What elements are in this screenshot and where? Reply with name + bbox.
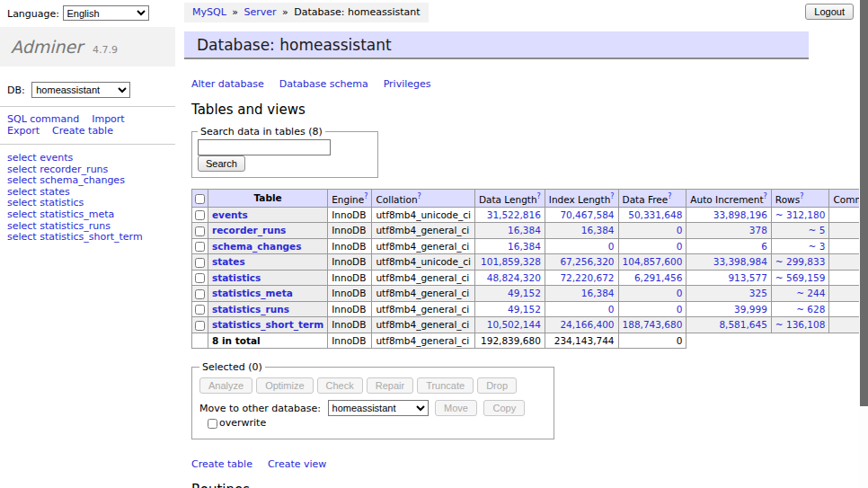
table-name-cell: schema_changes [208,238,328,254]
db-selector: DB: homeassistant [7,82,175,98]
index-length-cell: 24,166,400 [545,317,618,333]
search-button[interactable]: Search [198,155,245,172]
help-link[interactable]: ? [610,192,614,200]
table-name-link[interactable]: statistics_runs [212,304,289,315]
bulk-action-button[interactable]: Check [317,377,363,394]
vertical-scrollbar [859,0,868,488]
bulk-action-button[interactable]: Optimize [256,377,313,394]
database-action-link[interactable]: Privileges [384,78,431,90]
app-name[interactable]: Adminer [11,37,83,57]
column-header: Auto Increment? [686,190,772,208]
row-checkbox[interactable] [195,242,205,252]
row-checkbox-cell [192,317,208,333]
data-free-cell: 0 [618,223,686,239]
sidebar-menu-link[interactable]: Create table [52,125,113,137]
total-data-free-cell: 0 [618,333,686,348]
select-all-checkbox[interactable] [195,194,205,204]
move-database-select[interactable]: homeassistant [328,400,429,416]
table-row: statistics_runsInnoDButf8mb4_general_ci4… [192,301,868,317]
table-name-link[interactable]: schema_changes [212,241,302,252]
help-link[interactable]: ? [364,192,368,200]
collation-cell: utf8mb4_general_ci [372,270,474,286]
db-select[interactable]: homeassistant [31,82,130,98]
breadcrumb-current: Database: homeassistant [294,6,420,18]
breadcrumb-separator: » [279,6,292,18]
collation-cell: utf8mb4_general_ci [372,317,474,333]
help-link[interactable]: ? [668,192,671,200]
language-label: Language: [7,8,59,20]
engine-cell: InnoDB [328,223,372,239]
rows-cell: ~ 244 [771,286,829,302]
bulk-action-button[interactable]: Analyze [199,377,252,394]
engine-cell: InnoDB [328,270,372,286]
selected-legend: Selected (0) [199,361,265,373]
scrollbar-thumb[interactable] [860,0,868,406]
sidebar-menu: SQL commandImport ExportCreate table [0,106,175,145]
sidebar-menu-link[interactable]: Export [7,125,40,137]
column-header: Collation? [372,190,474,208]
database-action-link[interactable]: Alter database [191,78,264,90]
data-length-cell: 49,152 [474,301,545,317]
row-checkbox[interactable] [195,258,205,268]
move-button[interactable]: Move [435,400,477,416]
sidebar-table-link[interactable]: select statistics_short_term [7,232,168,244]
language-select[interactable]: English [63,5,149,21]
create-link[interactable]: Create view [268,458,326,470]
row-checkbox[interactable] [195,321,205,331]
table-name-link[interactable]: events [212,209,248,220]
auto-increment-cell: 913,577 [686,270,772,286]
breadcrumb-link[interactable]: MySQL [192,6,226,18]
table-name-link[interactable]: recorder_runs [212,225,286,235]
row-checkbox[interactable] [195,226,205,236]
main-content: MySQL » Server » Database: homeassistant… [184,0,854,488]
table-name-link[interactable]: statistics_meta [212,288,293,298]
auto-increment-cell: 378 [686,223,772,239]
table-name-link[interactable]: states [212,256,245,267]
row-checkbox[interactable] [195,273,205,283]
overwrite-checkbox[interactable] [208,419,217,429]
table-name-link[interactable]: statistics_short_term [212,319,323,330]
tables-header-row: TableEngine?Collation?Data Length?Index … [192,190,868,208]
row-checkbox[interactable] [195,210,205,220]
search-input[interactable] [198,139,331,155]
auto-increment-cell: 39,999 [686,301,772,317]
index-length-cell: 70,467,584 [545,207,618,223]
sidebar-table-link[interactable]: select events [7,153,168,164]
index-length-cell: 16,384 [545,223,618,239]
breadcrumb-link[interactable]: Server [244,6,277,18]
move-row: Move to other database: homeassistant Mo… [199,400,546,431]
database-action-link[interactable]: Database schema [279,78,368,90]
table-name-link[interactable]: statistics [212,272,261,283]
sidebar-menu-link[interactable]: Import [92,113,125,125]
data-free-cell: 0 [618,301,686,317]
row-checkbox[interactable] [195,305,205,315]
help-link[interactable]: ? [418,192,421,200]
bulk-action-button[interactable]: Truncate [417,377,474,394]
data-length-cell: 16,384 [474,223,545,239]
total-checkbox-cell [192,333,208,348]
table-name-cell: statistics_meta [208,286,328,302]
sidebar-table-link[interactable]: select schema_changes [7,175,168,187]
row-checkbox[interactable] [195,289,205,299]
engine-cell: InnoDB [328,286,372,302]
help-link[interactable]: ? [537,192,541,200]
sidebar-table-link[interactable]: select statistics_meta [7,209,168,221]
sidebar-menu-link[interactable]: SQL command [7,113,79,125]
data-free-cell: 104,857,600 [618,254,686,271]
help-link[interactable]: ? [800,192,803,200]
collation-cell: utf8mb4_general_ci [372,223,474,239]
table-name-cell: statistics_short_term [208,317,328,333]
bulk-action-button[interactable]: Drop [477,377,517,394]
column-header: Table [208,190,328,208]
bulk-action-button[interactable]: Repair [367,377,413,394]
table-row: statesInnoDButf8mb4_unicode_ci101,859,32… [192,254,868,271]
total-data-length-cell: 192,839,680 [474,333,545,348]
engine-cell: InnoDB [328,254,372,271]
table-row: statistics_metaInnoDButf8mb4_general_ci4… [192,286,868,302]
help-link[interactable]: ? [764,192,767,200]
collation-cell: utf8mb4_unicode_ci [372,207,474,223]
create-link[interactable]: Create table [191,458,252,470]
engine-cell: InnoDB [328,317,372,333]
breadcrumb: MySQL » Server » Database: homeassistant [184,3,429,22]
copy-button[interactable]: Copy [483,400,525,416]
